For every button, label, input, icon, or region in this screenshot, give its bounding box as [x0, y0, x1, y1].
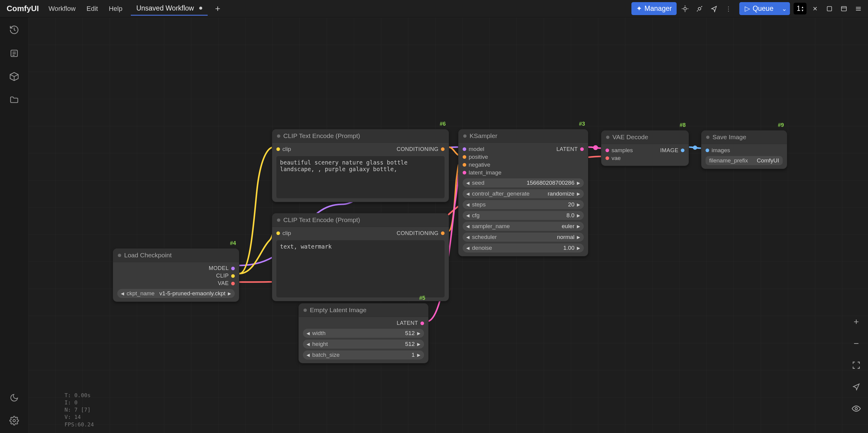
node-canvas[interactable]: #4 Load Checkpoint MODEL CLIP VAE ◀ckpt_… [28, 18, 868, 433]
menu-workflow[interactable]: Workflow [44, 3, 80, 14]
node-title[interactable]: Load Checkpoint [113, 249, 239, 262]
square-icon[interactable] [824, 3, 835, 15]
node-badge: #4 [230, 240, 236, 246]
output-model: MODEL [209, 265, 229, 272]
port-positive-in[interactable] [463, 155, 466, 159]
output-clip: CLIP [216, 273, 229, 279]
left-sidebar [0, 18, 28, 433]
node-badge: #3 [579, 121, 585, 127]
tab-title: Unsaved Workflow [136, 4, 194, 12]
queue-dropdown[interactable]: ⌄ [779, 3, 790, 15]
node-clip-negative[interactable]: CLIP Text Encode (Prompt) clip CONDITION… [272, 213, 449, 301]
node-badge: #8 [680, 122, 686, 128]
prompt-textarea[interactable]: text, watermark [276, 240, 444, 298]
widget-cfg[interactable]: ◀cfg8.0▶ [463, 211, 584, 220]
port-image-out[interactable] [681, 149, 684, 152]
port-negative-in[interactable] [463, 163, 466, 167]
moon-icon[interactable] [10, 393, 19, 404]
node-clip-positive[interactable]: #6 CLIP Text Encode (Prompt) clip CONDIT… [272, 129, 449, 202]
queue-button[interactable]: ▷ Queue [739, 2, 779, 15]
node-ksampler[interactable]: #3 KSampler model LATENT positive negati… [458, 129, 588, 256]
app-logo: ComfyUI [4, 4, 42, 13]
widget-steps[interactable]: ◀steps20▶ [463, 200, 584, 209]
workflow-tab[interactable]: Unsaved Workflow [131, 2, 208, 16]
widget-scheduler[interactable]: ◀schedulernormal▶ [463, 233, 584, 242]
port-samples-in[interactable] [606, 149, 609, 152]
queue-group: ▷ Queue ⌄ [739, 2, 790, 15]
widget-filename-prefix[interactable]: filename_prefix ComfyUI [706, 156, 783, 165]
share-icon[interactable] [708, 3, 720, 15]
port-clip[interactable] [231, 274, 235, 278]
prompt-textarea[interactable]: beautiful scenery nature glass bottle la… [276, 156, 444, 198]
port-images-in[interactable] [706, 149, 709, 152]
node-empty-latent[interactable]: #5 Empty Latent Image LATENT ◀width512▶ … [299, 303, 429, 363]
svg-point-15 [855, 407, 858, 410]
manager-label: Manager [644, 4, 672, 13]
box-icon[interactable] [9, 72, 19, 83]
node-title[interactable]: CLIP Text Encode (Prompt) [272, 213, 449, 227]
node-title[interactable]: CLIP Text Encode (Prompt) [272, 129, 449, 143]
puzzle-icon: ✦ [636, 4, 642, 13]
node-title[interactable]: Save Image [701, 130, 787, 144]
unsaved-dot-icon [199, 7, 202, 10]
panel-icon[interactable] [838, 3, 850, 15]
fit-view-button[interactable] [850, 359, 863, 372]
widget-denoise[interactable]: ◀denoise1.00▶ [463, 244, 584, 252]
settings-icon[interactable] [9, 416, 19, 427]
locate-button[interactable] [850, 380, 863, 393]
port-vae[interactable] [231, 282, 235, 285]
port-cond-out[interactable] [441, 147, 444, 151]
canvas-controls: + − [850, 315, 863, 415]
perf-stats: T: 0.00s I: 0 N: 7 [7] V: 14 FPS:60.24 [64, 392, 94, 428]
zoom-in-button[interactable]: + [850, 315, 863, 328]
hamburger-icon[interactable] [852, 3, 864, 15]
node-title[interactable]: Empty Latent Image [299, 303, 428, 317]
node-title[interactable]: KSampler [458, 129, 588, 143]
queue-label: Queue [752, 4, 773, 13]
add-tab-button[interactable]: + [210, 4, 225, 14]
node-save-image[interactable]: #9 Save Image images filename_prefix Com… [701, 130, 787, 169]
output-conditioning: CONDITIONING [397, 230, 438, 237]
zoom-out-button[interactable]: − [850, 337, 863, 350]
node-vae-decode[interactable]: #8 VAE Decode samples IMAGE vae [601, 130, 689, 166]
play-icon: ▷ [745, 4, 750, 13]
output-image: IMAGE [660, 147, 678, 154]
port-latent-out[interactable] [421, 321, 424, 325]
node-badge: #6 [440, 121, 446, 127]
svg-rect-2 [827, 6, 832, 11]
reset-view-icon[interactable] [679, 3, 691, 15]
port-latent-image-in[interactable] [463, 171, 466, 175]
port-clip-in[interactable] [276, 147, 280, 151]
port-vae-in[interactable] [606, 156, 609, 160]
menu-help[interactable]: Help [104, 3, 127, 14]
close-icon[interactable]: ✕ [809, 3, 821, 15]
svg-rect-3 [841, 6, 846, 11]
folder-icon[interactable] [9, 95, 19, 106]
port-cond-out[interactable] [441, 231, 444, 235]
menu-edit[interactable]: Edit [82, 3, 102, 14]
port-latent-out[interactable] [580, 147, 584, 151]
output-conditioning: CONDITIONING [397, 146, 438, 152]
port-model[interactable] [231, 267, 235, 270]
node-title[interactable]: VAE Decode [601, 130, 689, 144]
count-stepper[interactable]: ▴▾ [802, 5, 804, 12]
widget-batch-size[interactable]: ◀batch_size1▶ [303, 350, 424, 360]
node-load-checkpoint[interactable]: #4 Load Checkpoint MODEL CLIP VAE ◀ckpt_… [113, 248, 239, 302]
widget-height[interactable]: ◀height512▶ [303, 340, 424, 349]
svg-point-0 [684, 7, 687, 10]
port-clip-in[interactable] [276, 231, 280, 235]
history-icon[interactable] [9, 25, 19, 36]
batch-count[interactable]: 1 ▴▾ [794, 3, 807, 14]
output-latent: LATENT [397, 320, 418, 326]
widget-control-after-generate[interactable]: ◀control_after_generaterandomize▶ [463, 189, 584, 198]
widget-ckpt-name[interactable]: ◀ckpt_name v1-5-pruned-emaonly.ckpt▶ [117, 289, 235, 298]
manager-button[interactable]: ✦ Manager [631, 2, 677, 15]
eye-icon[interactable] [850, 402, 863, 415]
refresh-icon[interactable] [693, 3, 706, 15]
widget-seed[interactable]: ◀seed156680208700286▶ [463, 178, 584, 187]
more-icon[interactable]: ⋮ [722, 3, 735, 15]
widget-sampler-name[interactable]: ◀sampler_nameeuler▶ [463, 222, 584, 231]
queue-list-icon[interactable] [9, 49, 19, 60]
widget-width[interactable]: ◀width512▶ [303, 329, 424, 338]
port-model-in[interactable] [463, 147, 466, 151]
